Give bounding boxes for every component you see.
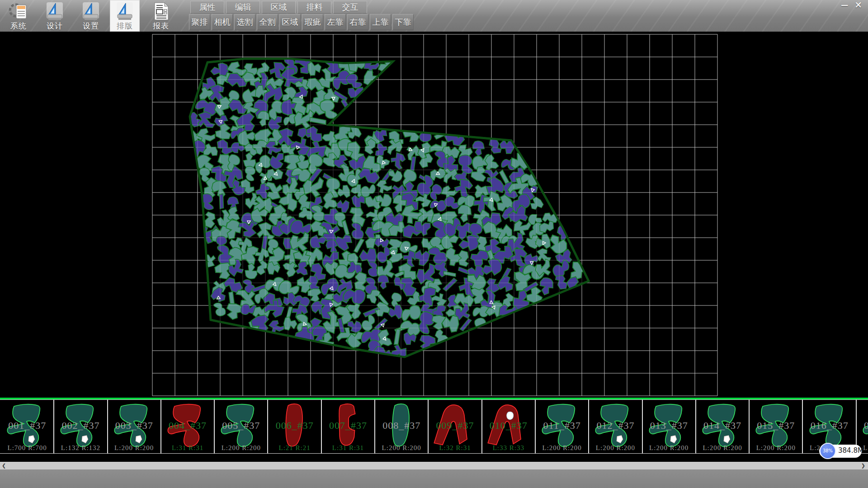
piece-thumbnail-011_#37[interactable]: 011_#37L:200 R:200 [536,400,589,453]
piece-id-label: 004_#37 [161,420,214,432]
piece-thumbnail-007_#37[interactable]: 007_#37L:31 R:31 [322,400,375,453]
piece-lr-count: L:200 R:200 [108,444,160,452]
piece-lr-count: L:31 R:31 [322,444,374,452]
piece-lr-count: L:32 R:31 [429,444,481,452]
piece-lr-count: L:200 R:200 [375,444,428,452]
piece-thumbnail-003_#37[interactable]: 003_#37L:200 R:200 [108,400,161,453]
piece-lr-count: L:200 R:200 [696,444,749,452]
mode-button-系统[interactable]: 系统 [4,0,33,32]
piece-thumbnail-strip: 001_#37L:700 R:700002_#37L:132 R:132003_… [0,399,868,454]
piece-lr-count: L:21 R:21 [269,444,321,452]
tool-button-全割[interactable]: 全割 [257,14,278,30]
piece-lr-count: L:200 R:200 [643,444,695,452]
memory-status-badge: 384.8M 38% [819,444,862,458]
piece-lr-count: L:200 R:200 [750,444,802,452]
piece-thumbnail-004_#37[interactable]: 004_#37L:31 R:31 [161,400,215,453]
nesting-layout-svg [0,32,868,398]
menu-item-属性[interactable]: 属性 [190,1,224,14]
scroll-left-icon[interactable]: ❮ [2,462,6,469]
scroll-right-icon[interactable]: ❯ [861,462,865,469]
mode-button-设置[interactable]: 设置 [76,0,106,32]
piece-thumbnail-010_#37[interactable]: 010_#37L:33 R:33 [482,400,536,453]
tool-button-右靠[interactable]: 右靠 [347,14,368,30]
piece-thumbnail-014_#37[interactable]: 014_#37L:200 R:200 [696,400,750,453]
tool-button-区域[interactable]: 区域 [279,14,301,30]
mode-button-label: 报表 [146,21,176,30]
system-icon [9,1,28,21]
piece-id-label: 009_#37 [429,420,481,432]
layout-icon [115,1,135,21]
piece-id-label: 001_#37 [1,420,53,432]
mode-button-label: 排版 [110,21,140,30]
mode-button-报表[interactable]: 报表 [146,0,176,32]
piece-thumbnail-008_#37[interactable]: 008_#37L:200 R:200 [375,400,429,453]
piece-thumbnail-012_#37[interactable]: 012_#37L:200 R:200 [589,400,642,453]
tool-button-瑕疵[interactable]: 瑕疵 [302,14,323,30]
piece-lr-count: L:31 R:31 [161,444,214,452]
memory-value: 384.8M [838,446,863,455]
window-controls: — ✕ [838,1,865,9]
piece-thumbnail-015_#37[interactable]: 015_#37L:200 R:200 [750,400,803,453]
piece-thumbnail-001_#37[interactable]: 001_#37L:700 R:700 [1,400,54,453]
tool-button-聚排[interactable]: 聚排 [189,14,210,30]
piece-lr-count: L:200 R:200 [536,444,588,452]
piece-lr-count: L:200 R:200 [215,444,267,452]
piece-lr-count: L:700 R:700 [1,444,53,452]
piece-thumbnail-009_#37[interactable]: 009_#37L:32 R:31 [429,400,482,453]
piece-id-label: 005_#37 [215,420,267,432]
menu-item-交互[interactable]: 交互 [333,1,367,14]
piece-id-label: 017_#37 [857,420,868,432]
piece-id-label: 014_#37 [696,420,749,432]
mode-button-设计[interactable]: 设计 [40,0,70,32]
menu-item-区域[interactable]: 区域 [262,1,296,14]
report-icon [151,1,171,21]
mode-button-label: 设计 [40,21,70,30]
piece-id-label: 012_#37 [589,420,642,432]
strip-gap [0,454,868,462]
piece-lr-count: L:33 R:33 [482,444,535,452]
piece-thumbnail-002_#37[interactable]: 002_#37L:132 R:132 [54,400,108,453]
tool-button-左靠[interactable]: 左靠 [325,14,346,30]
piece-id-label: 016_#37 [803,420,856,432]
tool-button-相机[interactable]: 相机 [212,14,233,30]
piece-lr-count: L:132 R:132 [54,444,107,452]
piece-lr-count: L:200 R:200 [589,444,642,452]
piece-id-label: 008_#37 [375,420,428,432]
piece-id-label: 015_#37 [750,420,802,432]
tool-button-下靠[interactable]: 下靠 [392,14,414,30]
piece-id-label: 007_#37 [322,420,374,432]
settings-icon [81,1,101,21]
piece-id-label: 002_#37 [54,420,107,432]
title-toolbar: 系统设计设置排版报表 属性编辑区域排料交互 聚排相机选割全割区域瑕疵左靠右靠上靠… [0,0,868,32]
close-icon[interactable]: ✕ [851,1,865,9]
mode-button-label: 系统 [4,21,33,30]
window-bottom-band [0,469,868,488]
menu-item-排料[interactable]: 排料 [297,1,331,14]
piece-thumbnail-006_#37[interactable]: 006_#37L:21 R:21 [269,400,322,453]
piece-id-label: 011_#37 [536,420,588,432]
tool-button-上靠[interactable]: 上靠 [370,14,391,30]
mode-button-label: 设置 [76,21,106,30]
design-icon [45,1,65,21]
piece-thumbnail-013_#37[interactable]: 013_#37L:200 R:200 [643,400,696,453]
menu-item-编辑[interactable]: 编辑 [226,1,260,14]
mode-button-排版[interactable]: 排版 [110,0,140,32]
horizontal-scrollbar[interactable]: ❮ ❯ [0,462,868,469]
piece-id-label: 003_#37 [108,420,160,432]
progress-percent-badge: 38% [820,443,836,459]
piece-thumbnail-005_#37[interactable]: 005_#37L:200 R:200 [215,400,268,453]
piece-id-label: 006_#37 [269,420,321,432]
minimize-icon[interactable]: — [838,1,851,9]
nesting-canvas[interactable] [0,32,868,398]
piece-id-label: 010_#37 [482,420,535,432]
piece-id-label: 013_#37 [643,420,695,432]
tool-button-选割[interactable]: 选割 [234,14,255,30]
